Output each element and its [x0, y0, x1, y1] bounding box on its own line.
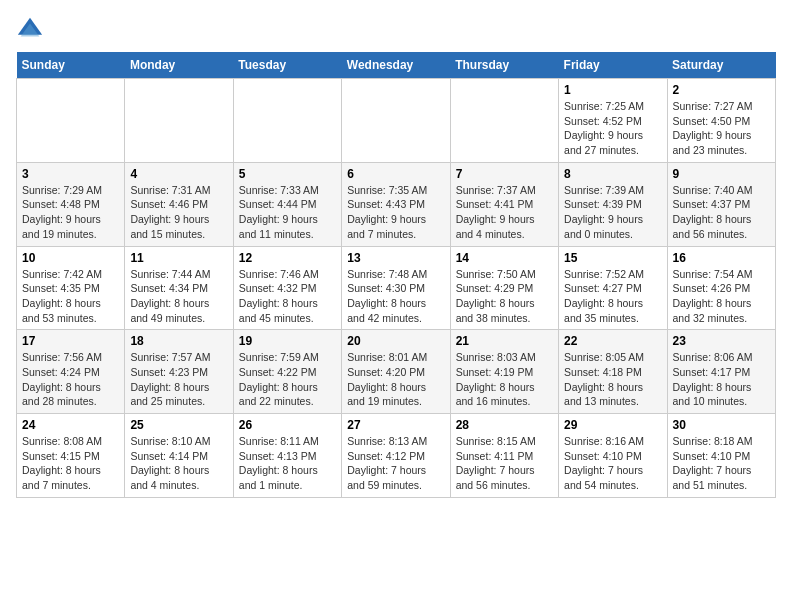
day-number: 27: [347, 418, 444, 432]
day-number: 11: [130, 251, 227, 265]
calendar-cell: 29Sunrise: 8:16 AM Sunset: 4:10 PM Dayli…: [559, 414, 667, 498]
col-saturday: Saturday: [667, 52, 775, 79]
calendar-cell: 27Sunrise: 8:13 AM Sunset: 4:12 PM Dayli…: [342, 414, 450, 498]
day-info: Sunrise: 7:46 AM Sunset: 4:32 PM Dayligh…: [239, 267, 336, 326]
calendar-cell: 18Sunrise: 7:57 AM Sunset: 4:23 PM Dayli…: [125, 330, 233, 414]
calendar-cell: [233, 79, 341, 163]
calendar-cell: 5Sunrise: 7:33 AM Sunset: 4:44 PM Daylig…: [233, 162, 341, 246]
calendar-week-4: 24Sunrise: 8:08 AM Sunset: 4:15 PM Dayli…: [17, 414, 776, 498]
day-number: 25: [130, 418, 227, 432]
day-number: 9: [673, 167, 770, 181]
col-tuesday: Tuesday: [233, 52, 341, 79]
calendar-cell: 10Sunrise: 7:42 AM Sunset: 4:35 PM Dayli…: [17, 246, 125, 330]
day-number: 14: [456, 251, 553, 265]
day-info: Sunrise: 7:56 AM Sunset: 4:24 PM Dayligh…: [22, 350, 119, 409]
calendar-week-1: 3Sunrise: 7:29 AM Sunset: 4:48 PM Daylig…: [17, 162, 776, 246]
calendar-header: Sunday Monday Tuesday Wednesday Thursday…: [17, 52, 776, 79]
day-info: Sunrise: 7:31 AM Sunset: 4:46 PM Dayligh…: [130, 183, 227, 242]
day-number: 24: [22, 418, 119, 432]
calendar-cell: 20Sunrise: 8:01 AM Sunset: 4:20 PM Dayli…: [342, 330, 450, 414]
calendar-cell: [450, 79, 558, 163]
calendar-week-3: 17Sunrise: 7:56 AM Sunset: 4:24 PM Dayli…: [17, 330, 776, 414]
calendar-cell: 6Sunrise: 7:35 AM Sunset: 4:43 PM Daylig…: [342, 162, 450, 246]
calendar-cell: 1Sunrise: 7:25 AM Sunset: 4:52 PM Daylig…: [559, 79, 667, 163]
day-info: Sunrise: 7:29 AM Sunset: 4:48 PM Dayligh…: [22, 183, 119, 242]
calendar-cell: 7Sunrise: 7:37 AM Sunset: 4:41 PM Daylig…: [450, 162, 558, 246]
day-info: Sunrise: 8:01 AM Sunset: 4:20 PM Dayligh…: [347, 350, 444, 409]
day-number: 21: [456, 334, 553, 348]
day-number: 29: [564, 418, 661, 432]
day-info: Sunrise: 7:50 AM Sunset: 4:29 PM Dayligh…: [456, 267, 553, 326]
day-number: 4: [130, 167, 227, 181]
calendar-cell: 30Sunrise: 8:18 AM Sunset: 4:10 PM Dayli…: [667, 414, 775, 498]
day-info: Sunrise: 8:11 AM Sunset: 4:13 PM Dayligh…: [239, 434, 336, 493]
col-wednesday: Wednesday: [342, 52, 450, 79]
day-number: 10: [22, 251, 119, 265]
col-monday: Monday: [125, 52, 233, 79]
calendar-week-0: 1Sunrise: 7:25 AM Sunset: 4:52 PM Daylig…: [17, 79, 776, 163]
calendar-cell: 19Sunrise: 7:59 AM Sunset: 4:22 PM Dayli…: [233, 330, 341, 414]
calendar-cell: 21Sunrise: 8:03 AM Sunset: 4:19 PM Dayli…: [450, 330, 558, 414]
day-info: Sunrise: 8:13 AM Sunset: 4:12 PM Dayligh…: [347, 434, 444, 493]
calendar-cell: 3Sunrise: 7:29 AM Sunset: 4:48 PM Daylig…: [17, 162, 125, 246]
day-info: Sunrise: 7:37 AM Sunset: 4:41 PM Dayligh…: [456, 183, 553, 242]
day-number: 19: [239, 334, 336, 348]
calendar-cell: 16Sunrise: 7:54 AM Sunset: 4:26 PM Dayli…: [667, 246, 775, 330]
day-number: 20: [347, 334, 444, 348]
weekday-row: Sunday Monday Tuesday Wednesday Thursday…: [17, 52, 776, 79]
calendar-week-2: 10Sunrise: 7:42 AM Sunset: 4:35 PM Dayli…: [17, 246, 776, 330]
calendar-cell: 28Sunrise: 8:15 AM Sunset: 4:11 PM Dayli…: [450, 414, 558, 498]
calendar-cell: 15Sunrise: 7:52 AM Sunset: 4:27 PM Dayli…: [559, 246, 667, 330]
day-number: 3: [22, 167, 119, 181]
calendar-cell: 4Sunrise: 7:31 AM Sunset: 4:46 PM Daylig…: [125, 162, 233, 246]
day-info: Sunrise: 8:08 AM Sunset: 4:15 PM Dayligh…: [22, 434, 119, 493]
day-number: 8: [564, 167, 661, 181]
calendar-body: 1Sunrise: 7:25 AM Sunset: 4:52 PM Daylig…: [17, 79, 776, 498]
day-number: 22: [564, 334, 661, 348]
calendar-cell: 26Sunrise: 8:11 AM Sunset: 4:13 PM Dayli…: [233, 414, 341, 498]
day-info: Sunrise: 7:33 AM Sunset: 4:44 PM Dayligh…: [239, 183, 336, 242]
day-number: 16: [673, 251, 770, 265]
day-info: Sunrise: 8:10 AM Sunset: 4:14 PM Dayligh…: [130, 434, 227, 493]
calendar-cell: 2Sunrise: 7:27 AM Sunset: 4:50 PM Daylig…: [667, 79, 775, 163]
day-info: Sunrise: 7:54 AM Sunset: 4:26 PM Dayligh…: [673, 267, 770, 326]
day-number: 6: [347, 167, 444, 181]
day-info: Sunrise: 7:42 AM Sunset: 4:35 PM Dayligh…: [22, 267, 119, 326]
day-info: Sunrise: 7:57 AM Sunset: 4:23 PM Dayligh…: [130, 350, 227, 409]
calendar-cell: 11Sunrise: 7:44 AM Sunset: 4:34 PM Dayli…: [125, 246, 233, 330]
day-info: Sunrise: 8:06 AM Sunset: 4:17 PM Dayligh…: [673, 350, 770, 409]
day-info: Sunrise: 8:18 AM Sunset: 4:10 PM Dayligh…: [673, 434, 770, 493]
day-number: 18: [130, 334, 227, 348]
day-number: 1: [564, 83, 661, 97]
calendar-cell: [342, 79, 450, 163]
calendar-cell: 22Sunrise: 8:05 AM Sunset: 4:18 PM Dayli…: [559, 330, 667, 414]
day-info: Sunrise: 7:44 AM Sunset: 4:34 PM Dayligh…: [130, 267, 227, 326]
calendar-cell: 12Sunrise: 7:46 AM Sunset: 4:32 PM Dayli…: [233, 246, 341, 330]
day-info: Sunrise: 7:48 AM Sunset: 4:30 PM Dayligh…: [347, 267, 444, 326]
calendar-cell: 8Sunrise: 7:39 AM Sunset: 4:39 PM Daylig…: [559, 162, 667, 246]
day-number: 30: [673, 418, 770, 432]
day-number: 23: [673, 334, 770, 348]
calendar-table: Sunday Monday Tuesday Wednesday Thursday…: [16, 52, 776, 498]
day-info: Sunrise: 8:03 AM Sunset: 4:19 PM Dayligh…: [456, 350, 553, 409]
calendar-cell: 17Sunrise: 7:56 AM Sunset: 4:24 PM Dayli…: [17, 330, 125, 414]
day-info: Sunrise: 8:15 AM Sunset: 4:11 PM Dayligh…: [456, 434, 553, 493]
day-info: Sunrise: 7:52 AM Sunset: 4:27 PM Dayligh…: [564, 267, 661, 326]
day-number: 15: [564, 251, 661, 265]
day-info: Sunrise: 7:27 AM Sunset: 4:50 PM Dayligh…: [673, 99, 770, 158]
day-info: Sunrise: 8:16 AM Sunset: 4:10 PM Dayligh…: [564, 434, 661, 493]
calendar-cell: 13Sunrise: 7:48 AM Sunset: 4:30 PM Dayli…: [342, 246, 450, 330]
calendar-cell: 23Sunrise: 8:06 AM Sunset: 4:17 PM Dayli…: [667, 330, 775, 414]
calendar-cell: 14Sunrise: 7:50 AM Sunset: 4:29 PM Dayli…: [450, 246, 558, 330]
col-thursday: Thursday: [450, 52, 558, 79]
day-number: 5: [239, 167, 336, 181]
logo: [16, 16, 48, 44]
col-friday: Friday: [559, 52, 667, 79]
day-number: 28: [456, 418, 553, 432]
calendar-cell: [17, 79, 125, 163]
day-number: 7: [456, 167, 553, 181]
day-number: 2: [673, 83, 770, 97]
day-number: 17: [22, 334, 119, 348]
col-sunday: Sunday: [17, 52, 125, 79]
day-info: Sunrise: 7:59 AM Sunset: 4:22 PM Dayligh…: [239, 350, 336, 409]
